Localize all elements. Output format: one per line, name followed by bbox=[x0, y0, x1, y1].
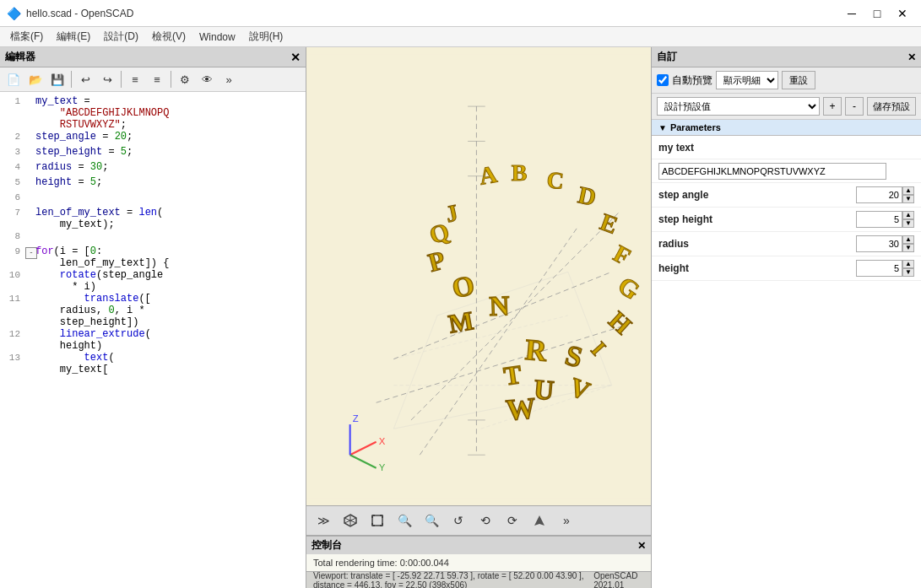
param-input-height[interactable] bbox=[856, 260, 902, 277]
param-input-my-text[interactable] bbox=[658, 163, 886, 180]
vt-rotate-right-button[interactable]: ⟳ bbox=[501, 509, 524, 532]
redo-button[interactable]: ↪ bbox=[97, 69, 117, 89]
menu-edit[interactable]: 編輯(E) bbox=[50, 28, 97, 46]
line-content-7: len_of_my_text = len( my_text); bbox=[35, 207, 304, 230]
line-content-1: my_text = "ABCDEFGHIJKLMNOPQ RSTUVWXYZ"; bbox=[35, 95, 304, 131]
line-content-3: step_height = 5; bbox=[35, 146, 304, 158]
spin-down-step-height[interactable]: ▼ bbox=[902, 219, 914, 228]
line-number-6: 6 bbox=[2, 192, 25, 202]
reset-button[interactable]: 重設 bbox=[782, 71, 815, 89]
3d-view-svg: A B C D E F bbox=[306, 47, 651, 505]
preset-remove-button[interactable]: - bbox=[845, 97, 864, 116]
param-row-step-height: step height ▲ ▼ bbox=[652, 208, 921, 232]
spin-down-radius[interactable]: ▼ bbox=[902, 244, 914, 252]
undo-button[interactable]: ↩ bbox=[75, 69, 95, 89]
svg-text:N: N bbox=[489, 290, 510, 321]
editor-close-icon[interactable]: ✕ bbox=[290, 51, 301, 64]
customizer-header: 自訂 ✕ bbox=[652, 47, 921, 67]
minimize-button[interactable]: ─ bbox=[840, 5, 864, 22]
auto-preview-label: 自動預覽 bbox=[672, 73, 712, 88]
title-bar: 🔷 hello.scad - OpenSCAD ─ □ ✕ bbox=[0, 0, 921, 27]
preset-add-button[interactable]: + bbox=[823, 97, 842, 116]
unindent-button[interactable]: ≡ bbox=[147, 69, 167, 89]
preset-save-button[interactable]: 儲存預設 bbox=[867, 97, 916, 116]
vt-zoom-in-button[interactable]: 🔍 bbox=[393, 509, 416, 532]
preset-toolbar: 設計預設值 + - 儲存預設 bbox=[652, 94, 921, 120]
maximize-button[interactable]: □ bbox=[865, 5, 889, 22]
new-file-button[interactable]: 📄 bbox=[3, 69, 24, 89]
console-title: 控制台 bbox=[312, 538, 342, 553]
code-editor[interactable]: 1 my_text = "ABCDEFGHIJKLMNOPQ RSTUVWXYZ… bbox=[0, 92, 306, 588]
vt-more-right-button[interactable]: » bbox=[555, 509, 578, 532]
line-toggle-4 bbox=[25, 161, 35, 163]
auto-preview-checkbox[interactable] bbox=[657, 74, 669, 86]
menu-file[interactable]: 檔案(F) bbox=[3, 28, 50, 46]
line-toggle-7 bbox=[25, 207, 35, 208]
spin-up-radius[interactable]: ▲ bbox=[902, 235, 914, 244]
param-row-step-angle: step angle ▲ ▼ bbox=[652, 183, 921, 208]
param-input-radius[interactable] bbox=[856, 235, 902, 252]
line-number-10: 10 bbox=[2, 269, 25, 280]
line-toggle-2 bbox=[25, 131, 35, 132]
console-message: Total rendering time: 0:00:00.044 bbox=[313, 558, 449, 568]
customizer-close-icon[interactable]: ✕ bbox=[907, 51, 916, 63]
spin-up-height[interactable]: ▲ bbox=[902, 260, 914, 268]
close-button[interactable]: ✕ bbox=[891, 5, 914, 22]
params-section: ▼ Parameters my text step angle ▲ ▼ bbox=[652, 120, 921, 588]
param-spinner-radius: ▲ ▼ bbox=[902, 235, 914, 252]
vt-zoom-out-button[interactable]: 🔍 bbox=[420, 509, 443, 532]
console-close-icon[interactable]: ✕ bbox=[637, 540, 646, 552]
preset-select[interactable]: 設計預設值 bbox=[657, 97, 820, 116]
svg-text:M: M bbox=[447, 305, 476, 339]
spin-up-step-height[interactable]: ▲ bbox=[902, 211, 914, 219]
vt-mirror-button[interactable] bbox=[528, 509, 551, 532]
param-row-my-text-value bbox=[652, 159, 921, 183]
vt-fit-button[interactable] bbox=[366, 509, 389, 532]
line-toggle-3 bbox=[25, 146, 35, 148]
line-toggle-5 bbox=[25, 176, 35, 178]
auto-preview-toolbar: 自動預覽 顯示明細顯示簡略 重設 bbox=[652, 67, 921, 94]
param-row-my-text: my text bbox=[652, 136, 921, 159]
code-line-5: 5 height = 5; bbox=[0, 176, 306, 192]
display-detail-select[interactable]: 顯示明細顯示簡略 bbox=[716, 71, 778, 89]
menu-help[interactable]: 說明(H) bbox=[242, 28, 290, 46]
indent-button[interactable]: ≡ bbox=[125, 69, 145, 89]
params-group-label: Parameters bbox=[670, 122, 721, 132]
open-file-button[interactable]: 📂 bbox=[25, 69, 46, 89]
line-number-11: 11 bbox=[2, 293, 25, 304]
menu-view[interactable]: 檢視(V) bbox=[145, 28, 192, 46]
menu-design[interactable]: 設計(D) bbox=[97, 28, 145, 46]
menu-window[interactable]: Window bbox=[192, 30, 242, 45]
svg-text:R: R bbox=[524, 333, 549, 368]
param-label-my-text: my text bbox=[658, 142, 914, 154]
line-number-12: 12 bbox=[2, 328, 25, 339]
line-content-4: radius = 30; bbox=[35, 161, 304, 173]
vt-rotate-left-button[interactable]: ⟲ bbox=[474, 509, 497, 532]
param-label-radius: radius bbox=[658, 238, 856, 250]
vt-reset-button[interactable]: ↺ bbox=[447, 509, 470, 532]
spin-down-step-angle[interactable]: ▼ bbox=[902, 195, 914, 203]
vt-3d-button[interactable] bbox=[339, 509, 362, 532]
editor-panel: 編輯器 ✕ 📄 📂 💾 ↩ ↪ ≡ ≡ ⚙ 👁 » 1 my_text = " bbox=[0, 47, 306, 588]
param-input-step-angle[interactable] bbox=[856, 186, 902, 203]
vt-more-left-button[interactable]: ≫ bbox=[312, 509, 335, 532]
svg-rect-49 bbox=[372, 515, 382, 526]
more-button[interactable]: » bbox=[219, 69, 239, 89]
param-label-step-angle: step angle bbox=[658, 189, 856, 201]
preview-button[interactable]: 👁 bbox=[197, 69, 217, 89]
svg-text:B: B bbox=[512, 159, 528, 186]
line-number-5: 5 bbox=[2, 176, 25, 187]
code-line-7: 7 len_of_my_text = len( my_text); bbox=[0, 207, 306, 230]
param-label-step-height: step height bbox=[658, 213, 856, 225]
param-input-step-height[interactable] bbox=[856, 211, 902, 228]
spin-up-step-angle[interactable]: ▲ bbox=[902, 186, 914, 195]
spin-down-height[interactable]: ▼ bbox=[902, 268, 914, 277]
save-file-button[interactable]: 💾 bbox=[47, 69, 68, 89]
code-line-8: 8 bbox=[0, 230, 306, 245]
settings-button[interactable]: ⚙ bbox=[175, 69, 195, 89]
line-toggle-8 bbox=[25, 230, 35, 232]
code-line-10: 10 rotate(step_angle * i) bbox=[0, 269, 306, 293]
editor-toolbar: 📄 📂 💾 ↩ ↪ ≡ ≡ ⚙ 👁 » bbox=[0, 67, 306, 92]
sep1 bbox=[71, 71, 72, 88]
viewport-canvas[interactable]: A B C D E F bbox=[306, 47, 651, 505]
